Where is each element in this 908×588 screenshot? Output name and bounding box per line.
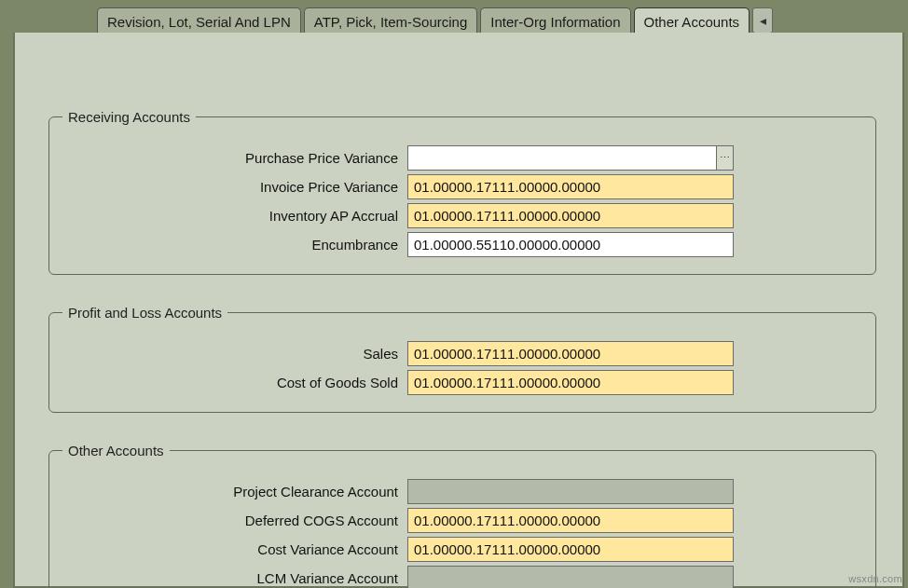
label-cost-of-goods-sold: Cost of Goods Sold (62, 375, 407, 390)
label-invoice-price-variance: Invoice Price Variance (62, 179, 407, 195)
row-purchase-price-variance: Purchase Price Variance ⋯ (62, 145, 862, 171)
label-encumbrance: Encumbrance (62, 237, 407, 253)
group-legend-receiving: Receiving Accounts (62, 109, 196, 125)
input-deferred-cogs-account[interactable] (407, 508, 734, 533)
input-purchase-price-variance[interactable] (407, 145, 717, 171)
input-encumbrance[interactable] (407, 232, 734, 257)
row-project-clearance-account: Project Clearance Account (62, 479, 862, 504)
group-legend-pnl: Profit and Loss Accounts (62, 305, 227, 321)
group-profit-and-loss-accounts: Profit and Loss Accounts Sales Cost of G… (48, 305, 876, 413)
label-project-clearance-account: Project Clearance Account (62, 484, 407, 499)
label-purchase-price-variance: Purchase Price Variance (62, 150, 407, 166)
input-cost-variance-account[interactable] (407, 537, 734, 562)
row-lcm-variance-account: LCM Variance Account (62, 566, 862, 588)
lov-button-purchase-price-variance[interactable]: ⋯ (717, 145, 734, 171)
tab-content: Receiving Accounts Purchase Price Varian… (41, 79, 884, 586)
row-cost-variance-account: Cost Variance Account (62, 537, 862, 562)
group-legend-other: Other Accounts (62, 443, 170, 458)
row-sales: Sales (62, 341, 862, 366)
row-cost-of-goods-sold: Cost of Goods Sold (62, 370, 862, 395)
input-lcm-variance-account (407, 566, 734, 588)
tab-atp-pick-item-sourcing[interactable]: ATP, Pick, Item-Sourcing (304, 7, 478, 34)
label-sales: Sales (62, 346, 407, 362)
label-inventory-ap-accrual: Inventory AP Accrual (62, 208, 407, 224)
label-lcm-variance-account: LCM Variance Account (62, 570, 407, 586)
row-deferred-cogs-account: Deferred COGS Account (62, 508, 862, 533)
input-inventory-ap-accrual[interactable] (407, 203, 734, 228)
row-inventory-ap-accrual: Inventory AP Accrual (62, 203, 862, 228)
tab-revision-lot-serial-lpn[interactable]: Revision, Lot, Serial And LPN (97, 7, 301, 34)
group-other-accounts: Other Accounts Project Clearance Account… (48, 443, 876, 588)
label-deferred-cogs-account: Deferred COGS Account (62, 513, 407, 528)
tab-strip: Revision, Lot, Serial And LPN ATP, Pick,… (97, 7, 893, 34)
tab-scroll-button[interactable]: ◂ (752, 7, 773, 34)
label-cost-variance-account: Cost Variance Account (62, 541, 407, 557)
row-invoice-price-variance: Invoice Price Variance (62, 174, 862, 199)
input-project-clearance-account (407, 479, 734, 504)
group-receiving-accounts: Receiving Accounts Purchase Price Varian… (48, 109, 876, 275)
tab-inter-org-information[interactable]: Inter-Org Information (480, 7, 630, 34)
input-sales[interactable] (407, 341, 734, 366)
input-invoice-price-variance[interactable] (407, 174, 734, 199)
tab-other-accounts[interactable]: Other Accounts (634, 7, 750, 34)
input-cost-of-goods-sold[interactable] (407, 370, 734, 395)
row-encumbrance: Encumbrance (62, 232, 862, 257)
content-frame: Receiving Accounts Purchase Price Varian… (13, 33, 904, 588)
watermark: wsxdn.com (848, 573, 902, 584)
